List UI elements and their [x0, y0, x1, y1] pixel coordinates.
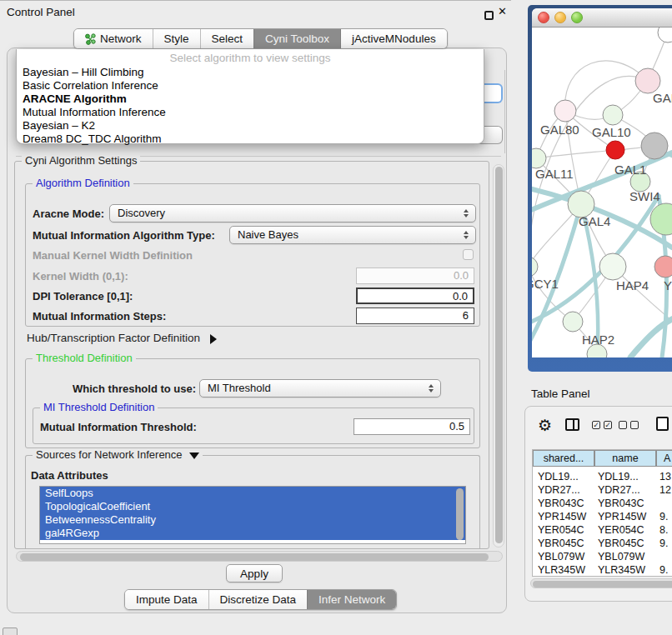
table-hscrollbar-thumb[interactable]: [533, 581, 672, 588]
node-hap4[interactable]: [599, 253, 626, 280]
tab-impute-data[interactable]: Impute Data: [125, 590, 208, 609]
node-gal11[interactable]: [532, 148, 546, 168]
column-header-shared[interactable]: shared...: [534, 451, 594, 466]
node-table[interactable]: shared... name A YDL19... YDL19... 13 YD…: [532, 449, 672, 577]
table-cell[interactable]: YDL19...: [538, 470, 579, 483]
node[interactable]: [658, 28, 672, 42]
apply-button-label: Apply: [240, 568, 268, 580]
tab-cyni-toolbox-label: Cyni Toolbox: [265, 32, 329, 45]
manual-kernel-checkbox[interactable]: [463, 249, 474, 260]
mi-threshold-group: MI Threshold Definition Mutual Informati…: [33, 408, 474, 444]
dropdown-item[interactable]: Mutual Information Inference: [23, 106, 166, 119]
table-cell[interactable]: YBL079W: [598, 550, 644, 563]
table-cell[interactable]: 9: [659, 574, 665, 577]
zoom-traffic-light[interactable]: [571, 12, 583, 23]
column-header-name[interactable]: name: [595, 451, 655, 466]
which-threshold-combobox[interactable]: MI Threshold: [199, 379, 441, 398]
dropdown-item[interactable]: Bayesian – K2: [23, 119, 95, 132]
tab-discretize-data[interactable]: Discretize Data: [208, 590, 308, 609]
close-traffic-light[interactable]: [538, 12, 549, 23]
settings-hscrollbar-thumb[interactable]: [20, 553, 489, 561]
tab-jactivemnodules[interactable]: jActiveMNodules: [340, 29, 447, 48]
table-cell[interactable]: YDR27...: [538, 483, 580, 497]
table-cell[interactable]: YBR045C: [538, 537, 584, 550]
table-cell[interactable]: YDR27...: [598, 483, 640, 497]
float-window-icon[interactable]: [484, 11, 494, 20]
node-gcy1[interactable]: [532, 257, 538, 277]
which-threshold-value: MI Threshold: [208, 382, 271, 394]
tab-network[interactable]: Network: [74, 29, 153, 48]
list-scrollbar[interactable]: [456, 488, 464, 540]
gear-icon[interactable]: ⚙: [538, 416, 552, 435]
table-cell[interactable]: 12: [659, 483, 671, 497]
table-cell[interactable]: YBR043C: [538, 497, 584, 510]
document-icon[interactable]: [656, 417, 669, 431]
column-header-third[interactable]: A: [657, 451, 672, 466]
checked-checkbox-icon[interactable]: ✓: [604, 421, 612, 429]
table-cell[interactable]: 13: [659, 470, 671, 483]
table-cell[interactable]: YER054C: [598, 523, 644, 537]
control-panel-title: Control Panel: [7, 6, 75, 18]
kernel-width-field[interactable]: 0.0: [356, 268, 474, 284]
hub-tf-definition-toggle[interactable]: Hub/Transcription Factor Definition: [27, 332, 217, 344]
settings-vscrollbar-thumb[interactable]: [495, 167, 503, 543]
list-item[interactable]: gal4RGexp: [40, 527, 465, 540]
table-cell[interactable]: YBR043C: [598, 497, 644, 510]
dropdown-item-selected[interactable]: ARACNE Algorithm: [23, 92, 127, 106]
table-hscrollbar-track[interactable]: [530, 578, 672, 588]
table-cell[interactable]: YER054C: [538, 523, 584, 537]
tab-select[interactable]: Select: [200, 29, 254, 48]
dropdown-prompt: Select algorithm to view settings: [17, 52, 484, 64]
close-icon[interactable]: ✕: [498, 5, 507, 18]
mi-type-combobox[interactable]: Naive Bayes: [229, 226, 476, 244]
network-canvas[interactable]: GAL GAL80 GAL10 GAL1 GAL11 SWI4 GAL4 GCY…: [532, 28, 672, 358]
dpi-tolerance-field[interactable]: 0.0: [356, 288, 474, 304]
table-cell[interactable]: YPR145W: [538, 510, 586, 523]
table-cell[interactable]: YIL052C: [598, 574, 639, 577]
table-cell[interactable]: YBR045C: [598, 537, 644, 550]
tab-jactivemnodules-label: jActiveMNodules: [352, 32, 436, 45]
list-item[interactable]: SelfLoops: [40, 487, 465, 500]
panel-grip-button[interactable]: [3, 628, 18, 635]
split-columns-icon[interactable]: [565, 418, 579, 431]
mi-threshold-field[interactable]: 0.5: [354, 418, 470, 435]
node-hap2[interactable]: [563, 312, 583, 332]
node[interactable]: [650, 203, 672, 235]
tab-cyni-toolbox[interactable]: Cyni Toolbox: [253, 29, 340, 48]
checked-checkbox-icon[interactable]: ✓: [592, 421, 600, 429]
node-gal1[interactable]: [606, 141, 624, 159]
cyni-algorithm-settings-title: Cyni Algorithm Settings: [22, 154, 140, 167]
table-cell[interactable]: 8.: [659, 523, 668, 537]
dropdown-item[interactable]: Basic Correlation Inference: [23, 79, 158, 92]
control-panel-body: Cyni Algorithm Settings Algorithm Defini…: [7, 48, 507, 613]
list-item[interactable]: BetweennessCentrality: [40, 513, 465, 527]
table-cell[interactable]: YPR145W: [598, 510, 646, 523]
table-cell[interactable]: YBL079W: [538, 550, 584, 563]
data-attributes-label: Data Attributes: [31, 469, 108, 482]
list-item[interactable]: TopologicalCoefficient: [40, 500, 465, 513]
threshold-definition-title: Threshold Definition: [33, 352, 136, 364]
dropdown-item[interactable]: Bayesian – Hill Climbing: [23, 66, 144, 79]
tab-style[interactable]: Style: [153, 29, 200, 48]
settings-hscrollbar-track[interactable]: [16, 551, 503, 562]
node-salmon[interactable]: [654, 256, 672, 278]
apply-button[interactable]: Apply: [226, 564, 283, 582]
dropdown-item[interactable]: Dream8 DC_TDC Algorithm: [23, 132, 162, 146]
settings-vscrollbar-track[interactable]: [493, 164, 504, 548]
aracne-mode-combobox[interactable]: Discovery: [109, 204, 476, 222]
data-attributes-list[interactable]: SelfLoops TopologicalCoefficient Between…: [39, 486, 466, 544]
node-gal10[interactable]: [603, 105, 623, 125]
unchecked-checkbox-icon[interactable]: [630, 421, 639, 429]
mi-steps-field[interactable]: 6: [356, 308, 474, 324]
table-cell[interactable]: YIL052C: [538, 574, 579, 577]
table-cell[interactable]: YDL19...: [598, 470, 639, 483]
node-gal80[interactable]: [554, 100, 576, 122]
node-gray[interactable]: [641, 132, 668, 159]
table-cell[interactable]: 9.: [659, 537, 668, 550]
table-cell[interactable]: 9.: [659, 510, 668, 523]
tab-infer-network[interactable]: Infer Network: [307, 590, 396, 609]
minimize-traffic-light[interactable]: [554, 12, 566, 23]
stepper-down-icon: [429, 389, 434, 392]
unchecked-checkbox-icon[interactable]: [619, 421, 627, 429]
node-gal[interactable]: [635, 68, 660, 93]
